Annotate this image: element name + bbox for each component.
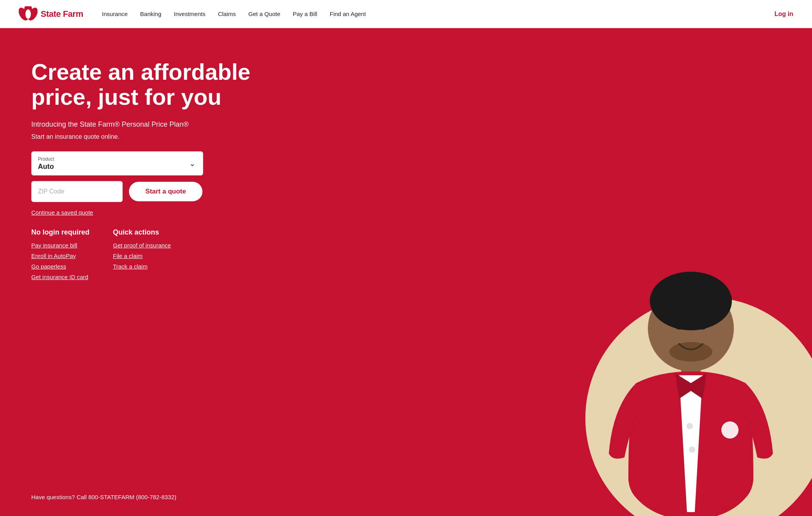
svg-point-3 [25, 9, 31, 19]
header-left: State Farm Insurance Banking Investments… [19, 6, 366, 22]
hero-headline: Create an affordable price, just for you [31, 59, 266, 109]
actions-row: No login required Pay insurance bill Enr… [31, 228, 266, 280]
product-select-wrapper: Product Auto Home Renters Life Health ⌄ [31, 151, 203, 176]
nav-pay-a-bill[interactable]: Pay a Bill [293, 11, 317, 17]
no-login-heading: No login required [31, 228, 89, 236]
get-insurance-id-card-link[interactable]: Get insurance ID card [31, 274, 89, 280]
zip-row: Start a quote [31, 181, 203, 202]
go-paperless-link[interactable]: Go paperless [31, 263, 89, 270]
product-select[interactable]: Auto Home Renters Life Health [38, 163, 197, 170]
hero-call-text: Have questions? Call 800-STATEFARM (800-… [31, 494, 176, 500]
nav-investments[interactable]: Investments [174, 11, 206, 17]
logo[interactable]: State Farm [19, 6, 83, 22]
quick-action-links: Get proof of insurance File a claim Trac… [113, 242, 171, 270]
main-nav: Insurance Banking Investments Claims Get… [102, 11, 366, 17]
track-a-claim-link[interactable]: Track a claim [113, 263, 171, 270]
file-a-claim-link[interactable]: File a claim [113, 253, 171, 259]
nav-get-a-quote[interactable]: Get a Quote [249, 11, 281, 17]
enroll-autopay-link[interactable]: Enroll in AutoPay [31, 253, 89, 259]
get-proof-of-insurance-link[interactable]: Get proof of insurance [113, 242, 171, 249]
svg-point-11 [689, 446, 695, 453]
zip-input[interactable] [31, 181, 123, 202]
hero-visual [554, 28, 812, 516]
svg-point-13 [669, 342, 712, 362]
pay-insurance-bill-link[interactable]: Pay insurance bill [31, 242, 89, 249]
logo-text: State Farm [41, 9, 83, 19]
person-illustration [589, 242, 792, 516]
svg-point-8 [675, 323, 683, 330]
svg-point-7 [650, 272, 732, 330]
hero-content: Create an affordable price, just for you… [31, 59, 266, 280]
hero-sub2: Start an insurance quote online. [31, 133, 266, 140]
header: State Farm Insurance Banking Investments… [0, 0, 812, 28]
nav-find-an-agent[interactable]: Find an Agent [330, 11, 366, 17]
person-svg [597, 250, 785, 516]
nav-claims[interactable]: Claims [218, 11, 236, 17]
no-login-links: Pay insurance bill Enroll in AutoPay Go … [31, 242, 89, 280]
hero-subheadline: Introducing the State Farm® Personal Pri… [31, 120, 266, 129]
quick-actions-group: Quick actions Get proof of insurance Fil… [113, 228, 171, 280]
quick-actions-heading: Quick actions [113, 228, 171, 236]
svg-point-9 [699, 323, 706, 330]
nav-banking[interactable]: Banking [140, 11, 161, 17]
continue-saved-quote-link[interactable]: Continue a saved quote [31, 209, 203, 216]
start-quote-button[interactable]: Start a quote [128, 181, 203, 202]
no-login-group: No login required Pay insurance bill Enr… [31, 228, 89, 280]
hero-section: Create an affordable price, just for you… [0, 28, 812, 516]
statefarm-logo-icon [19, 6, 38, 22]
nav-insurance[interactable]: Insurance [102, 11, 128, 17]
svg-point-10 [687, 423, 693, 429]
svg-point-12 [721, 421, 739, 439]
quote-form: Product Auto Home Renters Life Health ⌄ … [31, 151, 203, 216]
product-label: Product [38, 156, 197, 162]
login-button[interactable]: Log in [774, 11, 793, 18]
